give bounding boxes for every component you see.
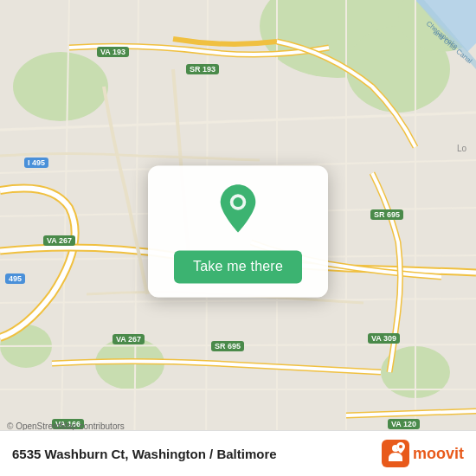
highway-label-495-left: 495 xyxy=(5,273,25,284)
highway-label-va193: VA 193 xyxy=(97,47,129,57)
svg-point-4 xyxy=(13,52,108,121)
highway-label-va267-left: VA 267 xyxy=(43,235,75,246)
svg-text:Lo: Lo xyxy=(457,144,467,153)
address-text: 6535 Washburn Ct, Washington / Baltimore xyxy=(12,447,277,461)
map-pin xyxy=(214,183,262,238)
moovit-icon xyxy=(382,440,409,467)
address-section: 6535 Washburn Ct, Washington / Baltimore xyxy=(12,447,277,461)
moovit-brand-text: moovit xyxy=(413,445,464,463)
svg-point-29 xyxy=(399,445,402,448)
svg-point-25 xyxy=(233,197,242,207)
map-container: Chesapeake and Ohio Canal xyxy=(0,0,476,476)
bottom-bar: 6535 Washburn Ct, Washington / Baltimore… xyxy=(0,430,476,476)
highway-label-i495: I 495 xyxy=(24,158,48,168)
highway-label-va120: VA 120 xyxy=(388,419,420,429)
take-me-there-button[interactable]: Take me there xyxy=(174,250,302,283)
location-card: Take me there xyxy=(148,165,328,297)
highway-label-sr695-bottom: SR 695 xyxy=(211,341,244,351)
highway-label-sr695-right: SR 695 xyxy=(370,209,403,220)
moovit-logo: moovit xyxy=(382,440,464,467)
highway-label-va267-bottom: VA 267 xyxy=(113,334,145,344)
highway-label-va309-right: VA 309 xyxy=(368,333,400,344)
highway-label-sr193: SR 193 xyxy=(186,64,219,74)
